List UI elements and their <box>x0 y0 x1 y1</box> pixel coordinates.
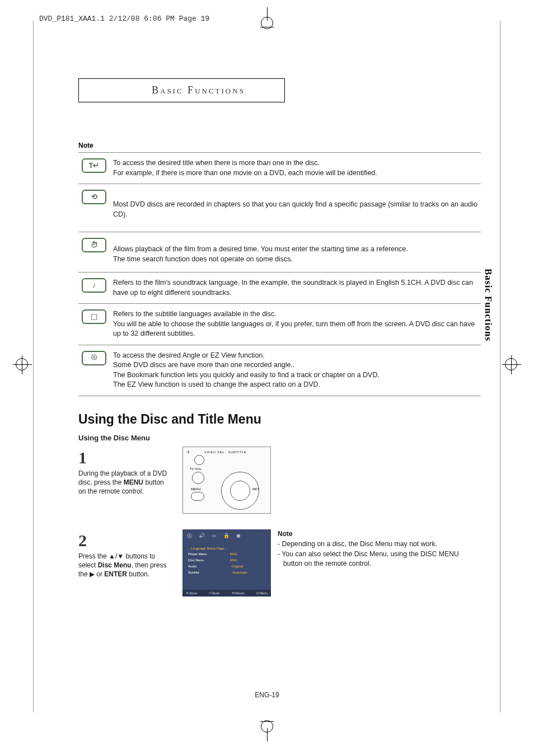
audio-icon: 🔊 <box>199 533 205 540</box>
side-tab: Basic Functions <box>483 269 494 341</box>
step-number: 1 <box>78 447 172 469</box>
menu-icons: Ⓐ 🔊 ▭ 🔒 ◉ <box>182 529 271 543</box>
step-number: 2 <box>78 529 172 552</box>
margin-line-right <box>500 21 500 712</box>
menu-footer: ✢ Move ⏎ Enter ⟲ Return ⊡ Menu <box>182 590 271 597</box>
row-text: To access the desired title when there i… <box>110 153 481 184</box>
crop-circle-top <box>261 17 273 29</box>
crop-mark-left <box>16 358 28 370</box>
step-text-bold: MENU <box>124 478 143 486</box>
step-text-part: button. <box>127 570 149 578</box>
step-1: 1 During the playback of a DVD disc, pre… <box>78 447 481 514</box>
note-item: You can also select the Disc Menu, using… <box>283 550 465 569</box>
row-text: To access the desired Angle or EZ View f… <box>110 345 481 396</box>
row-text: Refers to the film's soundtrack language… <box>110 273 481 304</box>
row-text: Most DVD discs are recorded in chapters … <box>110 184 481 232</box>
table-row: ⦾ To access the desired Angle or EZ View… <box>78 345 481 396</box>
table-row: ⬚ Refers to the subtitle languages avail… <box>78 304 481 345</box>
note-item: Depending on a disc, the Disc Menu may n… <box>283 539 465 549</box>
angle-icon: ⦾ <box>82 351 106 365</box>
title-icon: T↵ <box>82 158 106 173</box>
page-content: Basic Functions Note T↵ To access the de… <box>78 78 481 612</box>
row-text: Refers to the subtitle languages availab… <box>110 304 481 345</box>
print-header: DVD_P181_XAA1.1 2/12/08 6:06 PM Page 19 <box>39 15 209 23</box>
audio-icon: ♪ <box>82 278 106 293</box>
chapter-icon: ⟲ <box>82 190 106 204</box>
lang-icon: Ⓐ <box>187 533 192 540</box>
time-icon: ⏱ <box>82 238 106 252</box>
step-2: 2 Press the ▲/▼ buttons to select Disc M… <box>78 529 481 597</box>
note-label: Note <box>78 142 481 149</box>
step-text-bold: Disc Menu <box>98 561 132 569</box>
table-row: ♪ Refers to the film's soundtrack langua… <box>78 273 481 304</box>
crop-mark-right <box>505 358 517 370</box>
crop-circle-bottom <box>261 720 273 732</box>
section-heading: Using the Disc and Title Menu <box>78 412 481 427</box>
lock-icon: 🔒 <box>223 533 229 540</box>
menu-title: .. Language Setup Page .. <box>188 546 265 552</box>
margin-line-left <box>33 21 34 712</box>
table-row: ⏱ Allows playback of the film from a des… <box>78 232 481 273</box>
menu-screenshot: Ⓐ 🔊 ▭ 🔒 ◉ .. Language Setup Page .. Play… <box>182 529 271 597</box>
row-text: Allows playback of the film from a desir… <box>110 232 481 273</box>
subtitle-icon: ⬚ <box>82 309 106 324</box>
sub-heading: Using the Disc Menu <box>78 434 481 442</box>
display-icon: ▭ <box>212 533 217 540</box>
table-row: T↵ To access the desired title when ther… <box>78 153 481 184</box>
remote-illustration: VIDEO SEL. SUBTITLE TV VOL MENU RET + <box>182 447 271 514</box>
table-row: ⟲ Most DVD discs are recorded in chapter… <box>78 184 481 232</box>
chapter-title: Basic Functions <box>78 78 285 102</box>
note-right: Note Depending on a disc, the Disc Menu … <box>278 529 465 569</box>
note-table: T↵ To access the desired title when ther… <box>78 152 481 396</box>
divx-icon: ◉ <box>236 533 241 540</box>
page-number: ENG-19 <box>255 691 279 699</box>
note-title: Note <box>278 529 465 539</box>
step-text-bold: ENTER <box>104 570 127 578</box>
